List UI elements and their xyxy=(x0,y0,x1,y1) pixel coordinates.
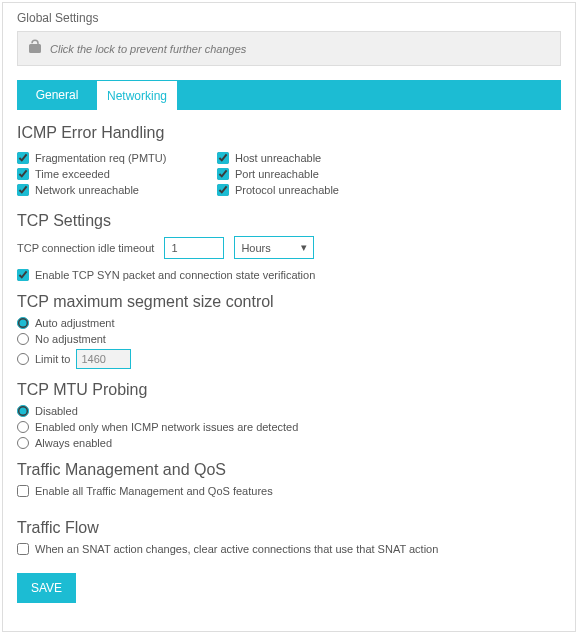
qos-heading: Traffic Management and QoS xyxy=(17,461,561,479)
label-port-unreachable: Port unreachable xyxy=(235,168,319,180)
mss-heading: TCP maximum segment size control xyxy=(17,293,561,311)
timeout-input[interactable] xyxy=(164,237,224,259)
label-qos-enable: Enable all Traffic Management and QoS fe… xyxy=(35,485,273,497)
label-time-exceeded: Time exceeded xyxy=(35,168,110,180)
radio-mtu-disabled[interactable] xyxy=(17,405,29,417)
label-frag-req: Fragmentation req (PMTU) xyxy=(35,152,166,164)
radio-mss-auto[interactable] xyxy=(17,317,29,329)
radio-mss-limit[interactable] xyxy=(17,353,29,365)
lock-message: Click the lock to prevent further change… xyxy=(50,43,246,55)
label-mss-none: No adjustment xyxy=(35,333,106,345)
lock-icon[interactable] xyxy=(26,38,44,59)
checkbox-port-unreachable[interactable] xyxy=(217,168,229,180)
label-network-unreachable: Network unreachable xyxy=(35,184,139,196)
page-title: Global Settings xyxy=(17,11,561,25)
checkbox-protocol-unreachable[interactable] xyxy=(217,184,229,196)
checkbox-host-unreachable[interactable] xyxy=(217,152,229,164)
checkbox-frag-req[interactable] xyxy=(17,152,29,164)
label-mtu-auto: Enabled only when ICMP network issues ar… xyxy=(35,421,298,433)
label-mtu-disabled: Disabled xyxy=(35,405,78,417)
checkbox-tcp-syn[interactable] xyxy=(17,269,29,281)
label-mss-limit: Limit to xyxy=(35,353,70,365)
tab-bar: General Networking xyxy=(17,80,561,110)
checkbox-flow-snat[interactable] xyxy=(17,543,29,555)
label-mss-auto: Auto adjustment xyxy=(35,317,115,329)
radio-mtu-auto[interactable] xyxy=(17,421,29,433)
flow-heading: Traffic Flow xyxy=(17,519,561,537)
tab-general[interactable]: General xyxy=(17,80,97,110)
icmp-heading: ICMP Error Handling xyxy=(17,124,561,142)
chevron-down-icon: ▾ xyxy=(301,241,307,254)
label-protocol-unreachable: Protocol unreachable xyxy=(235,184,339,196)
label-flow-snat: When an SNAT action changes, clear activ… xyxy=(35,543,438,555)
lock-bar: Click the lock to prevent further change… xyxy=(17,31,561,66)
save-button[interactable]: SAVE xyxy=(17,573,76,603)
radio-mss-none[interactable] xyxy=(17,333,29,345)
checkbox-network-unreachable[interactable] xyxy=(17,184,29,196)
mtu-heading: TCP MTU Probing xyxy=(17,381,561,399)
label-mtu-always: Always enabled xyxy=(35,437,112,449)
label-host-unreachable: Host unreachable xyxy=(235,152,321,164)
radio-mtu-always[interactable] xyxy=(17,437,29,449)
label-tcp-syn: Enable TCP SYN packet and connection sta… xyxy=(35,269,315,281)
timeout-label: TCP connection idle timeout xyxy=(17,242,154,254)
tcp-heading: TCP Settings xyxy=(17,212,561,230)
timeout-unit-select[interactable]: Hours ▾ xyxy=(234,236,314,259)
tab-networking[interactable]: Networking xyxy=(97,80,177,110)
mss-limit-input xyxy=(76,349,131,369)
checkbox-time-exceeded[interactable] xyxy=(17,168,29,180)
timeout-unit-value: Hours xyxy=(241,242,270,254)
checkbox-qos-enable[interactable] xyxy=(17,485,29,497)
